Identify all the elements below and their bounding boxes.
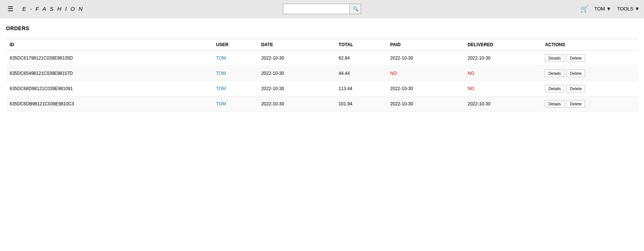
cell-actions: Details Delete bbox=[541, 51, 638, 66]
delete-button[interactable]: Delete bbox=[566, 85, 585, 92]
cell-date: 2022-10-30 bbox=[258, 81, 335, 96]
cell-delivered: NO bbox=[464, 81, 542, 96]
cell-user: TOM bbox=[212, 96, 258, 112]
cell-date: 2022-10-30 bbox=[258, 51, 335, 66]
navbar-right: 🛒 TOM ▼ TOOLS ▼ bbox=[580, 5, 640, 13]
cell-delivered: 2022-10-30 bbox=[464, 51, 542, 66]
user-link[interactable]: TOM bbox=[216, 71, 226, 76]
cell-id: 635DC65498121C039E98107D bbox=[6, 66, 212, 81]
search-area: 🔍 bbox=[283, 4, 361, 14]
search-icon: 🔍 bbox=[353, 6, 359, 12]
details-button[interactable]: Details bbox=[545, 70, 564, 77]
main-content: ORDERS ID USER DATE TOTAL PAID DELIVERED… bbox=[0, 18, 644, 119]
cart-icon[interactable]: 🛒 bbox=[580, 5, 588, 13]
table-row: 635DC61798121C039E98105D TOM 2022-10-30 … bbox=[6, 51, 638, 66]
cell-actions: Details Delete bbox=[541, 96, 638, 112]
cell-paid: 2022-10-30 bbox=[386, 51, 464, 66]
details-button[interactable]: Details bbox=[545, 54, 564, 62]
cell-paid: 2022-10-30 bbox=[386, 81, 464, 96]
cell-id: 635DC61798121C039E98105D bbox=[6, 51, 212, 66]
user-link[interactable]: TOM bbox=[216, 86, 226, 91]
search-input[interactable] bbox=[283, 4, 350, 14]
col-header-date: DATE bbox=[258, 39, 335, 51]
cell-paid: NO bbox=[386, 66, 464, 81]
col-header-delivered: DELIVERED bbox=[464, 39, 542, 51]
user-link[interactable]: TOM bbox=[216, 55, 226, 61]
cell-delivered: 2022-10-30 bbox=[464, 96, 542, 112]
cell-user: TOM bbox=[212, 51, 258, 66]
tools-dropdown[interactable]: TOOLS ▼ bbox=[617, 6, 640, 12]
cell-delivered: NO bbox=[464, 66, 542, 81]
search-button[interactable]: 🔍 bbox=[350, 4, 361, 14]
table-header: ID USER DATE TOTAL PAID DELIVERED ACTION… bbox=[6, 39, 638, 51]
cell-paid: 2022-10-30 bbox=[386, 96, 464, 112]
orders-table: ID USER DATE TOTAL PAID DELIVERED ACTION… bbox=[6, 39, 638, 112]
table-row: 635DC68D98121C039E981091 TOM 2022-10-30 … bbox=[6, 81, 638, 96]
table-body: 635DC61798121C039E98105D TOM 2022-10-30 … bbox=[6, 51, 638, 112]
delete-button[interactable]: Delete bbox=[566, 70, 585, 77]
cell-actions: Details Delete bbox=[541, 81, 638, 96]
cell-total: 101.94 bbox=[335, 96, 386, 112]
col-header-id: ID bbox=[6, 39, 212, 51]
details-button[interactable]: Details bbox=[545, 100, 564, 108]
cell-actions: Details Delete bbox=[541, 66, 638, 81]
cell-id: 635DC6DB98121C039E9810C3 bbox=[6, 96, 212, 112]
cell-total: 113.44 bbox=[335, 81, 386, 96]
delete-button[interactable]: Delete bbox=[566, 100, 585, 108]
delete-button[interactable]: Delete bbox=[566, 54, 585, 62]
cell-date: 2022-10-30 bbox=[258, 96, 335, 112]
cell-id: 635DC68D98121C039E981091 bbox=[6, 81, 212, 96]
col-header-paid: PAID bbox=[386, 39, 464, 51]
cell-date: 2022-10-30 bbox=[258, 66, 335, 81]
table-row: 635DC65498121C039E98107D TOM 2022-10-30 … bbox=[6, 66, 638, 81]
table-row: 635DC6DB98121C039E9810C3 TOM 2022-10-30 … bbox=[6, 96, 638, 112]
cell-total: 62.84 bbox=[335, 51, 386, 66]
cell-user: TOM bbox=[212, 81, 258, 96]
col-header-user: USER bbox=[212, 39, 258, 51]
details-button[interactable]: Details bbox=[545, 85, 564, 92]
user-link[interactable]: TOM bbox=[216, 101, 226, 107]
col-header-total: TOTAL bbox=[335, 39, 386, 51]
hamburger-icon: ☰ bbox=[7, 5, 13, 13]
user-dropdown[interactable]: TOM ▼ bbox=[594, 6, 611, 12]
col-header-actions: ACTIONS bbox=[541, 39, 638, 51]
cell-total: 44.44 bbox=[335, 66, 386, 81]
cell-user: TOM bbox=[212, 66, 258, 81]
navbar: ☰ E - F A S H I O N 🔍 🛒 TOM ▼ TOOLS ▼ bbox=[0, 0, 644, 18]
page-title: ORDERS bbox=[6, 25, 638, 31]
hamburger-button[interactable]: ☰ bbox=[4, 3, 16, 15]
